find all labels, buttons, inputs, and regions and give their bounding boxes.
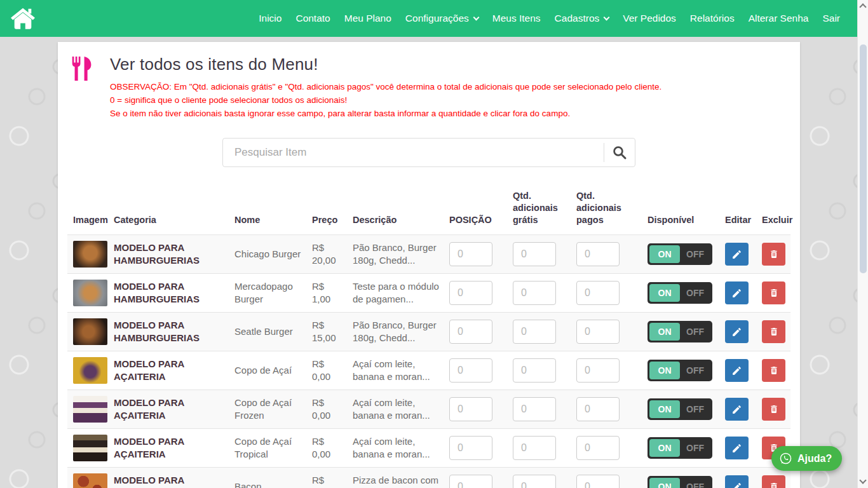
posicao-input[interactable] — [449, 358, 492, 383]
top-navbar: Inicio Contato Meu Plano Configurações M… — [0, 0, 857, 37]
qtd-gratis-input[interactable] — [513, 475, 556, 488]
qtd-pagos-input[interactable] — [576, 436, 620, 460]
col-header-excluir: Excluir — [762, 214, 794, 226]
edit-button[interactable] — [725, 243, 749, 266]
disponivel-toggle[interactable]: ONOFF — [648, 282, 712, 304]
menu-items-card: Ver todos os itens do Menu! OBSERVAÇÃO: … — [58, 42, 800, 488]
acai-frozen-photo — [73, 396, 107, 423]
qtd-gratis-input[interactable] — [513, 436, 556, 460]
item-categoria: MODELO PARA PIZZARIA — [114, 474, 234, 488]
qtd-gratis-input[interactable] — [513, 281, 556, 305]
edit-button[interactable] — [725, 475, 749, 488]
item-nome: Bacon — [234, 480, 312, 488]
qtd-pagos-input[interactable] — [576, 475, 620, 488]
scroll-down-arrow-icon[interactable] — [859, 477, 866, 484]
delete-button[interactable] — [762, 398, 785, 421]
search-button[interactable] — [604, 139, 635, 166]
table-row: MODELO PARA HAMBURGUERIAS Seatle Burger … — [67, 312, 790, 351]
posicao-input[interactable] — [449, 397, 492, 421]
edit-button[interactable] — [725, 320, 749, 343]
edit-button[interactable] — [725, 359, 749, 382]
scroll-up-arrow-icon[interactable] — [859, 3, 866, 10]
table-row: MODELO PARA PIZZARIA Bacon R$ 30,00 Pizz… — [67, 467, 790, 488]
disponivel-toggle[interactable]: ONOFF — [648, 476, 712, 488]
delete-button[interactable] — [762, 475, 785, 488]
item-descricao: Teste para o módulo de pagamen... — [353, 280, 449, 306]
fork-knife-icon — [71, 56, 93, 81]
nav-item-alterar-senha[interactable]: Alterar Senha — [742, 8, 816, 29]
disponivel-toggle[interactable]: ONOFF — [648, 243, 712, 265]
item-descricao: Pizza de bacon com queijo. — [353, 474, 449, 488]
posicao-input[interactable] — [449, 436, 492, 460]
pencil-icon — [731, 365, 742, 376]
pizza-bacon-photo — [73, 473, 107, 488]
nav-item-meu-plano[interactable]: Meu Plano — [337, 8, 398, 29]
qtd-gratis-input[interactable] — [513, 320, 556, 344]
toggle-on-label: ON — [649, 362, 680, 379]
item-categoria: MODELO PARA AÇAITERIA — [114, 396, 234, 422]
page-scrollbar[interactable] — [857, 0, 868, 488]
nav-item-sair[interactable]: Sair — [815, 8, 847, 29]
search-bar — [222, 138, 635, 167]
delete-button[interactable] — [762, 359, 785, 382]
nav-label: Meus Itens — [492, 13, 541, 24]
qtd-pagos-input[interactable] — [576, 242, 620, 266]
posicao-input[interactable] — [449, 320, 492, 344]
disponivel-toggle[interactable]: ONOFF — [648, 321, 712, 342]
toggle-off-label: OFF — [680, 249, 710, 259]
nav-item-cadastros[interactable]: Cadastros — [548, 8, 616, 29]
disponivel-toggle[interactable]: ONOFF — [648, 360, 712, 381]
posicao-input[interactable] — [449, 242, 492, 266]
home-button[interactable] — [8, 4, 37, 32]
posicao-input[interactable] — [449, 475, 492, 488]
qtd-pagos-input[interactable] — [576, 397, 620, 421]
search-input[interactable] — [223, 139, 604, 166]
item-nome: Copo de Açaí — [234, 364, 312, 377]
delete-button[interactable] — [762, 320, 785, 343]
scrollbar-thumb[interactable] — [860, 44, 867, 273]
disponivel-toggle[interactable]: ONOFF — [648, 398, 712, 420]
qtd-pagos-input[interactable] — [576, 358, 620, 383]
pencil-icon — [731, 327, 742, 337]
qtd-pagos-input[interactable] — [576, 281, 620, 305]
col-header-nome: Nome — [234, 214, 312, 226]
toggle-on-label: ON — [649, 245, 680, 263]
qtd-gratis-input[interactable] — [513, 358, 556, 383]
qtd-gratis-input[interactable] — [513, 397, 556, 421]
nav-label: Sair — [822, 13, 840, 24]
nav-label: Configurações — [405, 13, 469, 24]
nav-item-relatorios[interactable]: Relatórios — [683, 8, 742, 29]
note-line: Se o item não tiver adicionais basta ign… — [110, 107, 661, 120]
disponivel-toggle[interactable]: ONOFF — [648, 437, 712, 459]
trash-icon — [769, 365, 779, 376]
table-row: MODELO PARA AÇAITERIA Copo de Açaí Tropi… — [67, 428, 790, 467]
nav-item-meus-itens[interactable]: Meus Itens — [485, 8, 548, 29]
delete-button[interactable] — [762, 243, 785, 266]
delete-button[interactable] — [762, 281, 785, 304]
nav-item-contato[interactable]: Contato — [288, 8, 337, 29]
help-button[interactable]: Ajuda? — [771, 446, 842, 471]
nav-links: Inicio Contato Meu Plano Configurações M… — [252, 8, 847, 29]
edit-button[interactable] — [725, 281, 749, 304]
trash-icon — [769, 327, 779, 337]
qtd-gratis-input[interactable] — [513, 242, 556, 266]
nav-item-ver-pedidos[interactable]: Ver Pedidos — [616, 8, 683, 29]
toggle-off-label: OFF — [680, 404, 710, 414]
qtd-pagos-input[interactable] — [576, 320, 620, 344]
pencil-icon — [731, 249, 742, 260]
item-preco: R$ 15,00 — [312, 319, 353, 344]
item-preco: R$ 0,00 — [312, 358, 353, 383]
nav-item-inicio[interactable]: Inicio — [252, 8, 288, 29]
item-descricao: Pão Branco, Burger 180g, Chedd... — [353, 241, 449, 267]
item-preco: R$ 30,00 — [312, 474, 353, 488]
trash-icon — [769, 404, 779, 414]
col-header-disponivel: Disponível — [648, 214, 725, 226]
edit-button[interactable] — [725, 437, 749, 459]
item-categoria: MODELO PARA AÇAITERIA — [114, 435, 234, 461]
posicao-input[interactable] — [449, 281, 492, 305]
nav-label: Inicio — [259, 13, 281, 24]
nav-label: Cadastros — [555, 13, 600, 24]
col-header-editar: Editar — [725, 214, 762, 226]
nav-item-configuracoes[interactable]: Configurações — [398, 8, 485, 29]
edit-button[interactable] — [725, 398, 749, 421]
